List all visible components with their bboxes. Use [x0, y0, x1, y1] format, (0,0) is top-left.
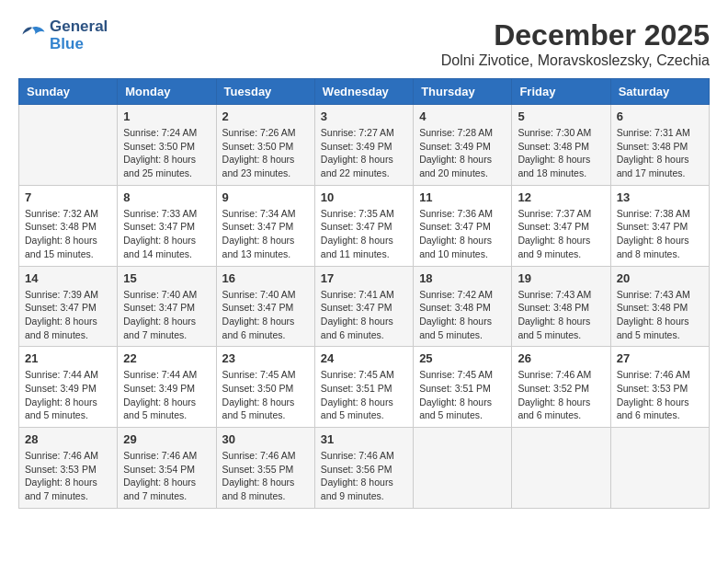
day-number: 7 [25, 190, 111, 204]
page-header: General Blue December 2025 Dolni Zivotic… [18, 18, 710, 69]
header-day-tuesday: Tuesday [216, 79, 314, 105]
day-info: Sunrise: 7:45 AMSunset: 3:51 PMDaylight:… [321, 368, 407, 422]
day-info: Sunrise: 7:40 AMSunset: 3:47 PMDaylight:… [222, 288, 309, 342]
calendar-cell: 28Sunrise: 7:46 AMSunset: 3:53 PMDayligh… [19, 428, 118, 509]
day-number: 11 [419, 190, 506, 204]
week-row-2: 7Sunrise: 7:32 AMSunset: 3:48 PMDaylight… [19, 185, 710, 266]
header-day-wednesday: Wednesday [314, 79, 413, 105]
day-info: Sunrise: 7:43 AMSunset: 3:48 PMDaylight:… [518, 288, 604, 342]
day-info: Sunrise: 7:42 AMSunset: 3:48 PMDaylight:… [419, 288, 506, 342]
header-day-friday: Friday [512, 79, 610, 105]
header-day-saturday: Saturday [610, 79, 709, 105]
calendar-cell: 23Sunrise: 7:45 AMSunset: 3:50 PMDayligh… [216, 347, 314, 428]
day-number: 23 [222, 351, 309, 365]
day-info: Sunrise: 7:44 AMSunset: 3:49 PMDaylight:… [25, 368, 111, 422]
calendar-cell: 26Sunrise: 7:46 AMSunset: 3:52 PMDayligh… [512, 347, 610, 428]
day-number: 15 [123, 271, 210, 285]
day-info: Sunrise: 7:36 AMSunset: 3:47 PMDaylight:… [419, 207, 506, 261]
day-info: Sunrise: 7:28 AMSunset: 3:49 PMDaylight:… [419, 126, 506, 180]
calendar-cell: 8Sunrise: 7:33 AMSunset: 3:47 PMDaylight… [118, 185, 216, 266]
day-info: Sunrise: 7:46 AMSunset: 3:52 PMDaylight:… [518, 368, 604, 422]
calendar-cell: 16Sunrise: 7:40 AMSunset: 3:47 PMDayligh… [216, 266, 314, 347]
header-day-monday: Monday [118, 79, 216, 105]
day-info: Sunrise: 7:32 AMSunset: 3:48 PMDaylight:… [25, 207, 111, 261]
calendar-cell: 5Sunrise: 7:30 AMSunset: 3:48 PMDaylight… [512, 105, 610, 186]
calendar-cell: 14Sunrise: 7:39 AMSunset: 3:47 PMDayligh… [19, 266, 118, 347]
calendar-cell: 17Sunrise: 7:41 AMSunset: 3:47 PMDayligh… [314, 266, 413, 347]
day-info: Sunrise: 7:40 AMSunset: 3:47 PMDaylight:… [123, 288, 210, 342]
day-number: 25 [419, 351, 506, 365]
day-info: Sunrise: 7:46 AMSunset: 3:54 PMDaylight:… [123, 449, 210, 503]
day-number: 16 [222, 271, 309, 285]
day-number: 17 [321, 271, 407, 285]
day-number: 29 [123, 432, 210, 446]
day-number: 31 [321, 432, 407, 446]
day-number: 18 [419, 271, 506, 285]
day-info: Sunrise: 7:31 AMSunset: 3:48 PMDaylight:… [617, 126, 703, 180]
day-info: Sunrise: 7:34 AMSunset: 3:47 PMDaylight:… [222, 207, 309, 261]
calendar-cell: 19Sunrise: 7:43 AMSunset: 3:48 PMDayligh… [512, 266, 610, 347]
day-number: 21 [25, 351, 111, 365]
day-info: Sunrise: 7:35 AMSunset: 3:47 PMDaylight:… [321, 207, 407, 261]
calendar-cell: 4Sunrise: 7:28 AMSunset: 3:49 PMDaylight… [414, 105, 512, 186]
calendar-cell: 9Sunrise: 7:34 AMSunset: 3:47 PMDaylight… [216, 185, 314, 266]
calendar-cell: 21Sunrise: 7:44 AMSunset: 3:49 PMDayligh… [19, 347, 118, 428]
day-info: Sunrise: 7:33 AMSunset: 3:47 PMDaylight:… [123, 207, 210, 261]
day-number: 3 [321, 109, 407, 123]
calendar-cell [512, 428, 610, 509]
day-info: Sunrise: 7:45 AMSunset: 3:51 PMDaylight:… [419, 368, 506, 422]
day-number: 5 [518, 109, 604, 123]
calendar-cell: 15Sunrise: 7:40 AMSunset: 3:47 PMDayligh… [118, 266, 216, 347]
calendar-cell [19, 105, 118, 186]
day-info: Sunrise: 7:46 AMSunset: 3:53 PMDaylight:… [25, 449, 111, 503]
calendar-cell: 24Sunrise: 7:45 AMSunset: 3:51 PMDayligh… [314, 347, 413, 428]
calendar-cell: 25Sunrise: 7:45 AMSunset: 3:51 PMDayligh… [414, 347, 512, 428]
page-subtitle: Dolni Zivotice, Moravskoslezsky, Czechia [441, 52, 710, 69]
calendar-cell: 12Sunrise: 7:37 AMSunset: 3:47 PMDayligh… [512, 185, 610, 266]
calendar-cell: 27Sunrise: 7:46 AMSunset: 3:53 PMDayligh… [610, 347, 709, 428]
calendar-cell: 6Sunrise: 7:31 AMSunset: 3:48 PMDaylight… [610, 105, 709, 186]
day-number: 10 [321, 190, 407, 204]
day-info: Sunrise: 7:41 AMSunset: 3:47 PMDaylight:… [321, 288, 407, 342]
day-number: 6 [617, 109, 703, 123]
calendar-cell: 1Sunrise: 7:24 AMSunset: 3:50 PMDaylight… [118, 105, 216, 186]
calendar-cell: 10Sunrise: 7:35 AMSunset: 3:47 PMDayligh… [314, 185, 413, 266]
calendar-cell: 2Sunrise: 7:26 AMSunset: 3:50 PMDaylight… [216, 105, 314, 186]
calendar-cell: 18Sunrise: 7:42 AMSunset: 3:48 PMDayligh… [414, 266, 512, 347]
day-number: 30 [222, 432, 309, 446]
week-row-1: 1Sunrise: 7:24 AMSunset: 3:50 PMDaylight… [19, 105, 710, 186]
calendar-cell: 11Sunrise: 7:36 AMSunset: 3:47 PMDayligh… [414, 185, 512, 266]
calendar-cell: 29Sunrise: 7:46 AMSunset: 3:54 PMDayligh… [118, 428, 216, 509]
day-info: Sunrise: 7:43 AMSunset: 3:48 PMDaylight:… [617, 288, 703, 342]
calendar-body: 1Sunrise: 7:24 AMSunset: 3:50 PMDaylight… [19, 105, 710, 509]
day-number: 27 [617, 351, 703, 365]
day-number: 20 [617, 271, 703, 285]
day-info: Sunrise: 7:46 AMSunset: 3:56 PMDaylight:… [321, 449, 407, 503]
calendar-cell: 30Sunrise: 7:46 AMSunset: 3:55 PMDayligh… [216, 428, 314, 509]
day-number: 13 [617, 190, 703, 204]
day-number: 12 [518, 190, 604, 204]
day-number: 28 [25, 432, 111, 446]
calendar-cell: 3Sunrise: 7:27 AMSunset: 3:49 PMDaylight… [314, 105, 413, 186]
calendar-header: SundayMondayTuesdayWednesdayThursdayFrid… [19, 79, 710, 105]
day-number: 1 [123, 109, 210, 123]
day-number: 19 [518, 271, 604, 285]
day-info: Sunrise: 7:27 AMSunset: 3:49 PMDaylight:… [321, 126, 407, 180]
day-number: 14 [25, 271, 111, 285]
header-day-thursday: Thursday [414, 79, 512, 105]
calendar-cell [414, 428, 512, 509]
day-info: Sunrise: 7:26 AMSunset: 3:50 PMDaylight:… [222, 126, 309, 180]
week-row-3: 14Sunrise: 7:39 AMSunset: 3:47 PMDayligh… [19, 266, 710, 347]
page-title: December 2025 [441, 18, 710, 52]
calendar-cell: 20Sunrise: 7:43 AMSunset: 3:48 PMDayligh… [610, 266, 709, 347]
day-number: 22 [123, 351, 210, 365]
logo-text: General Blue [50, 18, 108, 52]
day-info: Sunrise: 7:44 AMSunset: 3:49 PMDaylight:… [123, 368, 210, 422]
header-row: SundayMondayTuesdayWednesdayThursdayFrid… [19, 79, 710, 105]
day-number: 4 [419, 109, 506, 123]
day-info: Sunrise: 7:30 AMSunset: 3:48 PMDaylight:… [518, 126, 604, 180]
logo-icon [18, 22, 46, 50]
day-number: 8 [123, 190, 210, 204]
day-info: Sunrise: 7:39 AMSunset: 3:47 PMDaylight:… [25, 288, 111, 342]
week-row-4: 21Sunrise: 7:44 AMSunset: 3:49 PMDayligh… [19, 347, 710, 428]
